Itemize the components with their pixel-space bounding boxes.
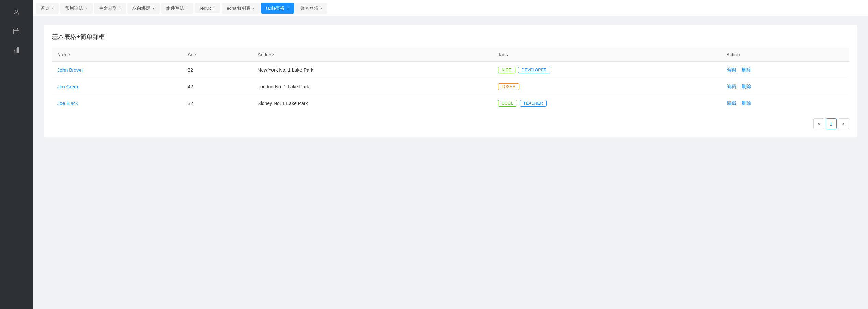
tags-container-2: COOLTEACHER xyxy=(498,100,716,107)
pagination: < 1 > xyxy=(52,118,849,129)
tab-lifecycle[interactable]: 生命周期× xyxy=(94,3,126,14)
svg-rect-1 xyxy=(14,29,19,34)
tab-close-icon[interactable]: × xyxy=(119,6,121,10)
main-area: 首页×常用语法×生命周期×双向绑定×组件写法×redux×echarts图表×t… xyxy=(33,0,868,309)
cell-age-0: 32 xyxy=(182,62,252,78)
chart-icon[interactable] xyxy=(8,42,25,59)
table-body: John Brown32New York No. 1 Lake ParkNICE… xyxy=(52,62,849,112)
svg-point-0 xyxy=(15,10,17,12)
table-row: Jim Green42London No. 1 Lake ParkLOSER编辑… xyxy=(52,78,849,95)
table-head: NameAgeAddressTagsAction xyxy=(52,48,849,62)
svg-rect-7 xyxy=(16,49,17,53)
tag-0-0: NICE xyxy=(498,67,515,73)
cell-address-0: New York No. 1 Lake Park xyxy=(252,62,492,78)
edit-button-0[interactable]: 编辑 xyxy=(727,67,736,73)
tab-label: 首页 xyxy=(41,5,50,11)
svg-rect-8 xyxy=(18,48,19,53)
table-row: Joe Black32Sidney No. 1 Lake ParkCOOLTEA… xyxy=(52,95,849,112)
tab-close-icon[interactable]: × xyxy=(186,6,188,10)
edit-button-2[interactable]: 编辑 xyxy=(727,100,736,106)
cell-age-1: 42 xyxy=(182,78,252,95)
tab-echarts[interactable]: echarts图表× xyxy=(222,3,260,14)
cell-address-1: London No. 1 Lake Park xyxy=(252,78,492,95)
tags-container-1: LOSER xyxy=(498,83,716,90)
tag-2-1: TEACHER xyxy=(520,100,547,107)
tab-label: redux xyxy=(200,5,211,11)
tab-label: 账号登陆 xyxy=(300,5,318,11)
col-header-age: Age xyxy=(182,48,252,62)
tab-close-icon[interactable]: × xyxy=(320,6,322,10)
action-container-2: 编辑删除 xyxy=(727,100,843,106)
tab-label: 生命周期 xyxy=(99,5,117,11)
tabs-bar: 首页×常用语法×生命周期×双向绑定×组件写法×redux×echarts图表×t… xyxy=(33,0,868,16)
delete-button-2[interactable]: 删除 xyxy=(742,100,751,106)
cell-name-2: Joe Black xyxy=(52,95,182,112)
table-row: John Brown32New York No. 1 Lake ParkNICE… xyxy=(52,62,849,78)
tab-home[interactable]: 首页× xyxy=(36,3,59,14)
action-container-1: 编辑删除 xyxy=(727,84,843,90)
name-link-1[interactable]: Jim Green xyxy=(57,84,80,89)
tab-label: 组件写法 xyxy=(166,5,184,11)
user-icon[interactable] xyxy=(8,4,25,20)
tab-table[interactable]: table表格× xyxy=(261,3,294,14)
tag-2-0: COOL xyxy=(498,100,517,107)
sidebar xyxy=(0,0,33,309)
next-page-button[interactable]: > xyxy=(838,118,849,129)
cell-tags-2: COOLTEACHER xyxy=(492,95,721,112)
tab-close-icon[interactable]: × xyxy=(52,6,54,10)
delete-button-0[interactable]: 删除 xyxy=(742,67,751,73)
current-page-button[interactable]: 1 xyxy=(826,118,837,129)
cell-tags-1: LOSER xyxy=(492,78,721,95)
edit-button-1[interactable]: 编辑 xyxy=(727,84,736,90)
tab-login[interactable]: 账号登陆× xyxy=(295,3,327,14)
cell-name-0: John Brown xyxy=(52,62,182,78)
cell-tags-0: NICEDEVELOPER xyxy=(492,62,721,78)
cell-action-1: 编辑删除 xyxy=(721,78,849,95)
delete-button-1[interactable]: 删除 xyxy=(742,84,751,90)
header-row: NameAgeAddressTagsAction xyxy=(52,48,849,62)
content-area: 基本表格+简单弹框 NameAgeAddressTagsAction John … xyxy=(33,16,868,309)
tags-container-0: NICEDEVELOPER xyxy=(498,67,716,73)
tab-binding[interactable]: 双向绑定× xyxy=(127,3,159,14)
cell-address-2: Sidney No. 1 Lake Park xyxy=(252,95,492,112)
tab-label: echarts图表 xyxy=(227,5,250,11)
cell-name-1: Jim Green xyxy=(52,78,182,95)
name-link-2[interactable]: Joe Black xyxy=(57,101,78,106)
table-wrapper: NameAgeAddressTagsAction John Brown32New… xyxy=(52,48,849,112)
tab-close-icon[interactable]: × xyxy=(213,6,215,10)
col-header-tags: Tags xyxy=(492,48,721,62)
tag-0-1: DEVELOPER xyxy=(518,67,550,73)
tab-redux[interactable]: redux× xyxy=(195,3,220,13)
prev-page-button[interactable]: < xyxy=(813,118,824,129)
tab-close-icon[interactable]: × xyxy=(85,6,87,10)
data-table: NameAgeAddressTagsAction John Brown32New… xyxy=(52,48,849,112)
tab-component[interactable]: 组件写法× xyxy=(161,3,193,14)
col-header-action: Action xyxy=(721,48,849,62)
tab-label: table表格 xyxy=(266,5,284,11)
page-title: 基本表格+简单弹框 xyxy=(52,33,849,41)
svg-rect-6 xyxy=(14,50,15,53)
cell-age-2: 32 xyxy=(182,95,252,112)
tab-syntax[interactable]: 常用语法× xyxy=(60,3,92,14)
cell-action-2: 编辑删除 xyxy=(721,95,849,112)
action-container-0: 编辑删除 xyxy=(727,67,843,73)
tag-1-0: LOSER xyxy=(498,83,519,90)
calendar-icon[interactable] xyxy=(8,23,25,40)
col-header-address: Address xyxy=(252,48,492,62)
col-header-name: Name xyxy=(52,48,182,62)
tab-close-icon[interactable]: × xyxy=(252,6,254,10)
tab-label: 双向绑定 xyxy=(132,5,150,11)
main-card: 基本表格+简单弹框 NameAgeAddressTagsAction John … xyxy=(44,25,857,137)
tab-close-icon[interactable]: × xyxy=(286,6,289,10)
tab-label: 常用语法 xyxy=(65,5,83,11)
name-link-0[interactable]: John Brown xyxy=(57,67,83,73)
cell-action-0: 编辑删除 xyxy=(721,62,849,78)
tab-close-icon[interactable]: × xyxy=(152,6,154,10)
